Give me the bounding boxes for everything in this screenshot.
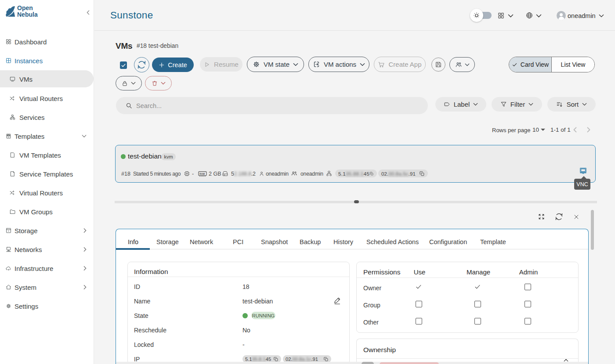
svg-text:RAM: RAM xyxy=(199,172,205,175)
